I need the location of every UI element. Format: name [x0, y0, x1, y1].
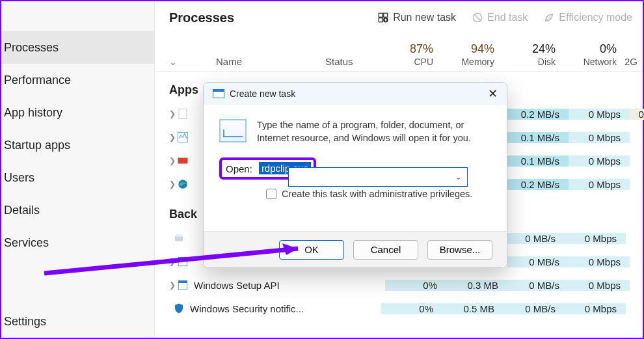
sidebar: Processes Performance App history Startu…	[1, 1, 155, 338]
svg-rect-10	[176, 234, 181, 237]
page-title: Processes	[169, 10, 234, 25]
sidebar-item-performance[interactable]: Performance	[1, 64, 154, 96]
close-icon[interactable]: ✕	[488, 87, 498, 101]
cell-cpu: 0%	[385, 280, 446, 291]
browse-button[interactable]: Browse...	[427, 240, 492, 260]
cell-mem: 0.3 MB	[446, 280, 507, 291]
cell-net: 0 Mbps	[569, 132, 630, 143]
chevron-right-icon[interactable]: ❯	[169, 109, 176, 118]
column-memory[interactable]: 94%Memory	[440, 42, 501, 67]
chevron-right-icon[interactable]: ❯	[169, 156, 176, 165]
admin-checkbox-label: Create this task with administrative pri…	[282, 189, 472, 199]
end-task-button: End task	[472, 12, 528, 23]
app-icon	[177, 107, 189, 121]
svg-rect-2	[379, 18, 382, 22]
chevron-right-icon[interactable]: ❯	[169, 280, 176, 290]
process-name: Windows Security notific...	[190, 303, 328, 314]
cell-disk: 0 MB/s	[507, 256, 569, 267]
cell-disk: 0.1 MB/s	[507, 156, 569, 167]
cell-net: 0 Mbps	[569, 256, 630, 267]
printer-icon	[173, 231, 185, 245]
cell-disk: 0.2 MB/s	[507, 109, 569, 120]
cell-gpu: 0.	[630, 109, 644, 120]
cell-mem: 0.5 MB	[442, 303, 503, 314]
svg-rect-5	[179, 109, 187, 119]
column-name[interactable]: Name	[216, 56, 242, 67]
dialog-button-row: OK Cancel Browse...	[204, 231, 507, 267]
run-new-task-label: Run new task	[393, 12, 456, 23]
chevron-down-icon[interactable]: ⌄	[455, 172, 462, 182]
svg-rect-7	[178, 158, 188, 164]
column-disk[interactable]: 24%Disk	[501, 42, 562, 67]
dialog-titlebar[interactable]: Create new task ✕	[204, 83, 507, 105]
cell-net: 0 Mbps	[569, 179, 630, 190]
sidebar-item-details[interactable]: Details	[1, 194, 154, 226]
app-icon	[177, 154, 189, 168]
efficiency-mode-button: Efficiency mode	[543, 12, 632, 23]
table-row[interactable]: Windows Security notific... 0% 0.5 MB 0 …	[155, 297, 643, 320]
admin-checkbox[interactable]	[266, 189, 276, 199]
end-task-icon	[472, 12, 483, 23]
sidebar-item-app-history[interactable]: App history	[1, 96, 154, 129]
chevron-right-icon[interactable]: ❯	[169, 180, 176, 189]
leaf-icon	[543, 12, 555, 23]
chevron-right-icon[interactable]: ❯	[169, 133, 176, 142]
cell-disk: 0.1 MB/s	[507, 132, 569, 143]
open-label: Open:	[224, 163, 252, 174]
run-task-icon	[377, 12, 389, 23]
dialog-title: Create new task	[230, 88, 295, 99]
run-new-task-button[interactable]: Run new task	[377, 12, 456, 23]
cell-net: 0 Mbps	[565, 233, 626, 244]
installer-icon	[177, 278, 189, 292]
open-combobox[interactable]: ⌄	[288, 167, 468, 187]
cancel-button[interactable]: Cancel	[353, 240, 418, 260]
svg-rect-14	[178, 280, 187, 283]
svg-rect-9	[175, 236, 183, 241]
chevron-right-icon[interactable]: ❯	[169, 257, 176, 266]
app-icon	[177, 130, 189, 144]
cell-net: 0 Mbps	[565, 303, 626, 314]
shield-icon	[173, 301, 185, 316]
column-cpu[interactable]: 87%CPU	[379, 42, 440, 67]
run-large-icon	[219, 119, 247, 142]
create-new-task-dialog: Create new task ✕ Type the name of a pro…	[203, 82, 507, 268]
svg-rect-12	[178, 257, 187, 260]
table-row[interactable]: ❯ Windows Setup API 0% 0.3 MB 0 MB/s 0 M…	[155, 273, 643, 297]
efficiency-mode-label: Efficiency mode	[559, 12, 632, 23]
cell-net: 0 Mbps	[569, 280, 630, 291]
run-dialog-icon	[213, 89, 224, 98]
svg-rect-0	[379, 13, 382, 17]
title-actions: Run new task End task Efficiency mode	[377, 12, 643, 23]
title-row: Processes Run new task End task Efficien…	[155, 1, 643, 34]
cell-disk: 0 MB/s	[503, 303, 565, 314]
cell-disk: 0 MB/s	[507, 280, 569, 291]
sidebar-item-services[interactable]: Services	[1, 226, 154, 259]
sidebar-item-settings[interactable]: Settings	[1, 305, 46, 338]
sidebar-item-processes[interactable]: Processes	[1, 31, 154, 64]
sidebar-item-startup-apps[interactable]: Startup apps	[1, 129, 154, 161]
dialog-description: Type the name of a program, folder, docu…	[257, 119, 491, 144]
column-status[interactable]: Status	[325, 56, 379, 67]
column-gpu-partial[interactable]: 2G	[623, 56, 640, 67]
cell-net: 0 Mbps	[569, 109, 630, 120]
process-name: Windows Setup API	[194, 280, 332, 291]
end-task-label: End task	[487, 12, 528, 23]
cell-cpu: 0%	[381, 303, 442, 314]
column-network[interactable]: 0%Network	[562, 42, 623, 67]
sort-indicator-icon[interactable]: ⌄	[169, 57, 177, 67]
cell-disk: 0 MB/s	[503, 233, 565, 244]
ok-button[interactable]: OK	[279, 240, 344, 260]
columns-header: ⌄ Name Status 87%CPU 94%Memory 24%Disk 0…	[155, 34, 643, 72]
edge-icon	[177, 177, 189, 191]
sidebar-item-users[interactable]: Users	[1, 161, 154, 194]
cell-disk: 0.2 MB/s	[507, 179, 569, 190]
cell-net: 0 Mbps	[569, 156, 630, 167]
installer-icon	[177, 254, 189, 269]
svg-rect-1	[384, 13, 388, 17]
